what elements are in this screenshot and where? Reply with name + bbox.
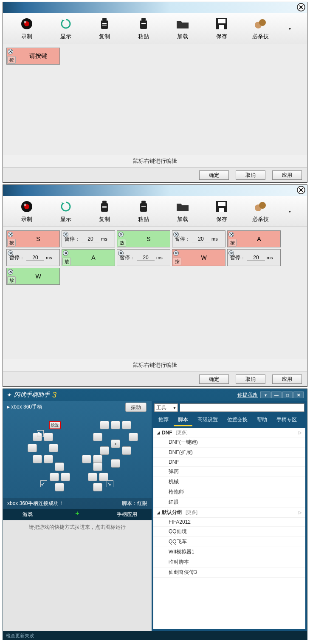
- block-close-icon[interactable]: ✕: [8, 232, 13, 237]
- tab-game[interactable]: 游戏: [3, 509, 53, 520]
- apply-button[interactable]: 应用: [272, 170, 302, 180]
- tree-group-header[interactable]: ◢默认分组[更多]▷: [153, 508, 305, 518]
- controller-key[interactable]: [93, 433, 102, 441]
- tree-item[interactable]: DNF: [153, 458, 305, 467]
- controller-key[interactable]: [129, 433, 138, 441]
- more-link[interactable]: [更多]: [186, 509, 197, 516]
- titlebar[interactable]: ✕: [3, 2, 307, 13]
- release-key-block[interactable]: ✕放S: [117, 230, 170, 247]
- apply-button[interactable]: 应用: [272, 374, 302, 384]
- ok-button[interactable]: 确定: [199, 374, 229, 384]
- tree-group-header[interactable]: ◢DNF[更多]▷: [153, 428, 305, 437]
- combo-button[interactable]: 必杀技: [250, 199, 271, 223]
- titlebar[interactable]: ✕: [3, 185, 307, 196]
- block-close-icon[interactable]: ✕: [8, 49, 13, 54]
- press-key-block[interactable]: ✕按S: [6, 230, 60, 247]
- controller-key[interactable]: [93, 483, 102, 491]
- controller-key[interactable]: [33, 455, 42, 463]
- controller-key-highlighted[interactable]: 设置: [49, 421, 61, 429]
- pause-value-input[interactable]: [192, 236, 210, 242]
- controller-key[interactable]: [44, 433, 53, 441]
- copy-button[interactable]: 复制: [94, 199, 115, 223]
- expand-icon[interactable]: ▷: [299, 430, 302, 435]
- controller-key[interactable]: [93, 455, 102, 463]
- feedback-link[interactable]: 你提我改: [237, 392, 258, 399]
- close-icon[interactable]: ✕: [297, 186, 305, 194]
- controller-key[interactable]: [99, 473, 108, 481]
- block-close-icon[interactable]: ✕: [173, 250, 179, 256]
- tree-item[interactable]: 仙剑奇侠传3: [153, 567, 305, 578]
- tree-item[interactable]: QQ飞车: [153, 537, 305, 547]
- load-button[interactable]: 加载: [172, 199, 193, 223]
- paste-button[interactable]: 粘贴: [133, 199, 154, 223]
- tree-item[interactable]: 临时脚本: [153, 557, 305, 567]
- controller-key[interactable]: [55, 462, 64, 471]
- tree-item[interactable]: DNF(一键跑): [153, 437, 305, 448]
- paste-button[interactable]: 粘贴: [133, 17, 154, 40]
- record-button[interactable]: 录制: [16, 17, 37, 40]
- release-key-block[interactable]: ✕放W: [6, 268, 60, 285]
- controller-key[interactable]: [100, 421, 109, 429]
- pause-block[interactable]: ✕暂停：ms: [62, 230, 115, 247]
- cancel-button[interactable]: 取消: [236, 170, 265, 180]
- copy-button[interactable]: 复制: [94, 17, 115, 40]
- tree-item[interactable]: WII模拟器1: [153, 547, 305, 557]
- controller-key[interactable]: [50, 473, 59, 481]
- controller-key[interactable]: [88, 473, 97, 481]
- block-close-icon[interactable]: ✕: [228, 232, 234, 237]
- block-close-icon[interactable]: ✕: [173, 232, 179, 237]
- pause-value-input[interactable]: [82, 236, 99, 242]
- cancel-button[interactable]: 取消: [236, 374, 265, 384]
- save-button[interactable]: 保存: [211, 17, 232, 40]
- display-button[interactable]: 显示: [55, 199, 76, 223]
- dropdown-icon[interactable]: ▾: [260, 392, 271, 398]
- block-close-icon[interactable]: ✕: [8, 269, 13, 275]
- expand-icon[interactable]: ▷: [299, 510, 302, 515]
- ok-button[interactable]: 确定: [199, 170, 229, 180]
- controller-key[interactable]: [44, 455, 53, 463]
- controller-key[interactable]: [111, 459, 120, 468]
- controller-key[interactable]: [122, 421, 131, 429]
- record-button[interactable]: 录制: [16, 199, 37, 223]
- controller-key[interactable]: [49, 444, 58, 452]
- controller-key[interactable]: [82, 455, 91, 463]
- macro-canvas[interactable]: ✕ 按 请按键: [3, 44, 307, 155]
- vibrate-button[interactable]: 振动: [125, 403, 147, 412]
- controller-key[interactable]: [100, 446, 109, 455]
- nav-tab[interactable]: 帮助: [253, 414, 271, 426]
- tree-item[interactable]: QQ仙境: [153, 527, 305, 537]
- controller-key[interactable]: x: [111, 440, 120, 448]
- tree-item[interactable]: 机械: [153, 477, 305, 487]
- pause-value-input[interactable]: [26, 255, 44, 261]
- nav-tab[interactable]: 手柄专区: [272, 414, 301, 426]
- press-key-block[interactable]: ✕按A: [227, 230, 281, 247]
- tree-item[interactable]: 红眼: [153, 497, 305, 508]
- block-close-icon[interactable]: ✕: [8, 250, 13, 256]
- controller-key[interactable]: [111, 421, 120, 429]
- combo-button[interactable]: 必杀技: [250, 17, 271, 40]
- drop-zone[interactable]: 请把游戏的快捷方式拉进来，点击图标运行: [3, 520, 152, 631]
- tree-item[interactable]: DNF(扩展): [153, 448, 305, 458]
- nav-tab[interactable]: 高级设置: [193, 414, 222, 426]
- pause-block[interactable]: ✕暂停：ms: [172, 230, 225, 247]
- tree-item[interactable]: 枪炮师: [153, 487, 305, 497]
- nav-tab[interactable]: 推荐: [154, 414, 173, 426]
- block-close-icon[interactable]: ✕: [228, 250, 234, 256]
- press-key-block[interactable]: ✕ 按 请按键: [6, 48, 60, 65]
- save-button[interactable]: 保存: [211, 199, 232, 223]
- script-tree[interactable]: ◢DNF[更多]▷DNF(一键跑)DNF(扩展)DNF弹药机械枪炮师红眼◢默认分…: [153, 428, 305, 629]
- tab-add[interactable]: +: [53, 509, 102, 520]
- block-close-icon[interactable]: ✕: [63, 232, 68, 237]
- pause-value-input[interactable]: [247, 255, 265, 261]
- toolbar-dropdown-icon[interactable]: ▾: [289, 26, 294, 31]
- block-close-icon[interactable]: ✕: [118, 250, 124, 256]
- close-icon[interactable]: ✕: [293, 392, 304, 398]
- tree-item[interactable]: 弹药: [153, 467, 305, 477]
- controller-key[interactable]: [93, 462, 102, 471]
- display-button[interactable]: 显示: [55, 17, 76, 40]
- more-link[interactable]: [更多]: [176, 429, 188, 436]
- press-key-block[interactable]: ✕按W: [172, 249, 225, 266]
- controller-key[interactable]: [61, 473, 70, 481]
- minimize-icon[interactable]: —: [271, 392, 282, 398]
- app-titlebar[interactable]: ✦ 闪优手柄助手3 你提我改 ▾ — □ ✕: [3, 389, 307, 401]
